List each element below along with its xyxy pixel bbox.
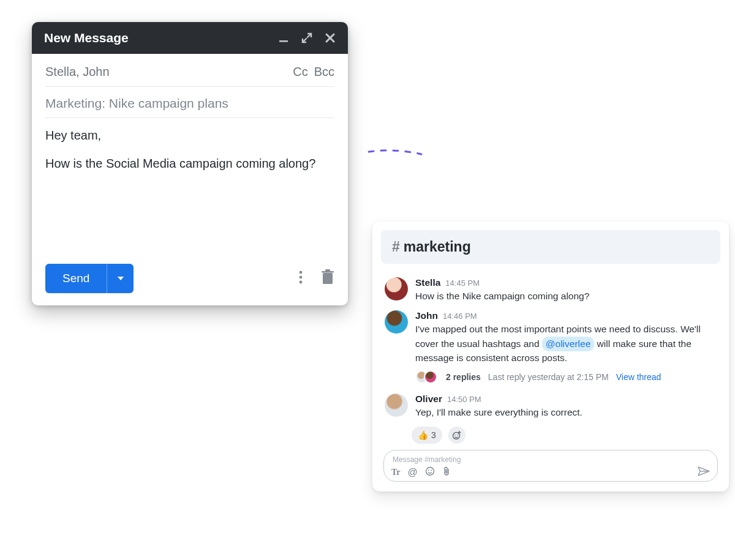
svg-point-11 (428, 470, 429, 471)
message-timestamp: 14:46 PM (443, 312, 477, 321)
chat-message: Oliver 14:50 PM Yep, I'll make sure ever… (381, 389, 720, 422)
subject-field[interactable]: Marketing: Nike campaign plans (45, 95, 334, 111)
mini-avatar (424, 370, 437, 384)
reaction-emoji: 👍 (418, 430, 428, 440)
reply-avatars (415, 370, 432, 384)
more-options-icon[interactable] (299, 270, 303, 287)
svg-rect-5 (322, 271, 334, 273)
svg-point-7 (453, 433, 459, 439)
message-timestamp: 14:50 PM (447, 395, 481, 404)
email-body-line: How is the Social Media campaign coming … (45, 155, 334, 172)
message-username[interactable]: John (415, 310, 438, 321)
user-mention[interactable]: @oliverlee (542, 337, 594, 351)
message-text: Yep, I'll make sure everything is correc… (415, 406, 717, 419)
chat-message: John 14:46 PM I've mapped out the most i… (381, 305, 720, 388)
svg-point-12 (431, 470, 432, 471)
send-button[interactable]: Send (45, 264, 107, 293)
expand-icon[interactable] (301, 32, 312, 43)
email-body-editor[interactable]: Hey team, How is the Social Media campai… (45, 118, 334, 259)
chat-window: # marketing Stella 14:45 PM How is the N… (372, 222, 729, 491)
send-message-icon[interactable] (698, 466, 710, 479)
thread-summary[interactable]: 2 replies Last reply yesterday at 2:15 P… (415, 370, 717, 384)
message-reactions: 👍 3 (412, 427, 720, 444)
email-body-line: Hey team, (45, 127, 334, 144)
avatar[interactable] (385, 394, 408, 417)
message-timestamp: 14:45 PM (445, 278, 480, 288)
trash-icon[interactable] (321, 269, 334, 288)
format-text-icon[interactable]: Tr (391, 468, 401, 477)
email-window-controls (278, 32, 336, 43)
reaction-count: 3 (431, 430, 436, 440)
hash-icon: # (392, 239, 400, 255)
message-text: How is the Nike campaign coming along? (415, 289, 717, 303)
send-button-group: Send (45, 264, 134, 293)
message-text: I've mapped out the most important point… (415, 323, 717, 365)
message-input-container: Message #marketing Tr @ (383, 450, 718, 482)
connector-line (368, 147, 423, 157)
svg-point-3 (300, 281, 303, 284)
chat-message: Stella 14:45 PM How is the Nike campaign… (381, 272, 720, 305)
svg-point-9 (457, 435, 458, 436)
close-icon[interactable] (325, 32, 336, 43)
svg-point-8 (454, 435, 456, 436)
bcc-button[interactable]: Bcc (314, 65, 334, 79)
message-username[interactable]: Stella (415, 277, 440, 288)
channel-header[interactable]: # marketing (381, 230, 720, 264)
svg-rect-4 (323, 273, 333, 284)
subject-row: Marketing: Nike campaign plans (45, 87, 334, 118)
emoji-picker-icon[interactable] (425, 466, 435, 479)
avatar[interactable] (385, 277, 408, 301)
message-username[interactable]: Oliver (415, 394, 442, 405)
message-input[interactable]: Message #marketing (391, 454, 710, 466)
view-thread-link[interactable]: View thread (616, 372, 662, 382)
avatar[interactable] (385, 310, 408, 334)
mention-icon[interactable]: @ (408, 467, 418, 478)
minimize-icon[interactable] (278, 32, 289, 43)
cc-button[interactable]: Cc (293, 65, 307, 79)
svg-rect-6 (325, 269, 330, 271)
reaction-thumbsup[interactable]: 👍 3 (412, 427, 442, 444)
add-reaction-icon[interactable] (448, 427, 466, 444)
email-title: New Message (44, 31, 129, 45)
svg-rect-0 (279, 40, 288, 42)
svg-point-2 (300, 276, 303, 279)
replies-count: 2 replies (446, 372, 481, 382)
send-options-dropdown[interactable] (107, 264, 134, 293)
email-header: New Message (32, 22, 348, 54)
recipients-row: Stella, John Cc Bcc (45, 54, 334, 87)
channel-name: marketing (404, 239, 471, 255)
svg-point-1 (300, 271, 303, 274)
recipients-field[interactable]: Stella, John (45, 65, 110, 79)
svg-point-10 (426, 468, 434, 476)
attachment-icon[interactable] (442, 466, 451, 479)
email-compose-window: New Message Stella, John Cc Bc (32, 22, 348, 305)
last-reply-time: Last reply yesterday at 2:15 PM (488, 372, 609, 382)
